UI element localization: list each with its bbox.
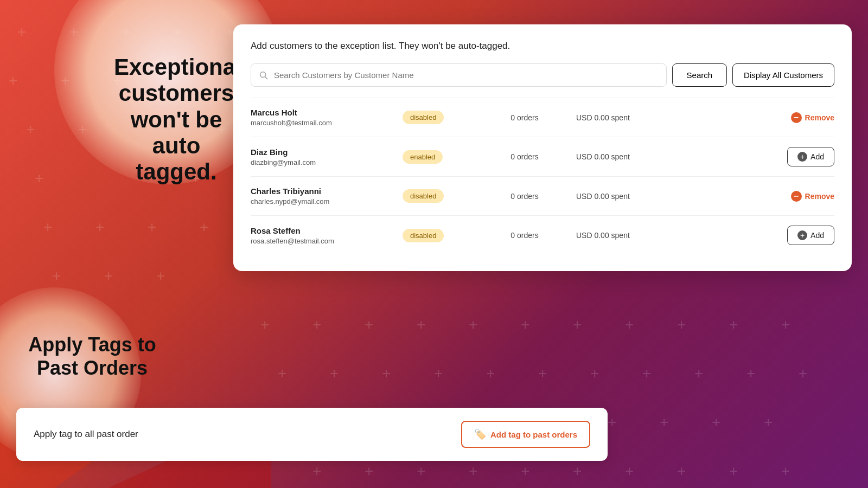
- search-input-wrapper: [251, 63, 667, 87]
- customer-name: Charles Tribiyanni: [251, 187, 392, 196]
- remove-label: Remove: [805, 113, 834, 122]
- customer-row: Marcus Holt marcusholt@testmail.com disa…: [251, 98, 834, 137]
- spent-amount: USD 0.00 spent: [576, 113, 685, 122]
- customer-status-badge: disabled: [403, 189, 473, 203]
- add-label: Add: [810, 231, 824, 240]
- customer-name: Marcus Holt: [251, 108, 392, 117]
- customer-info: Marcus Holt marcusholt@testmail.com: [251, 108, 392, 127]
- customer-status-badge: enabled: [403, 150, 473, 164]
- action-cell: − Remove: [695, 191, 834, 202]
- status-badge: enabled: [403, 150, 443, 164]
- status-badge: disabled: [403, 189, 444, 203]
- remove-icon: −: [791, 112, 802, 123]
- search-icon: [259, 70, 269, 80]
- remove-button[interactable]: − Remove: [791, 191, 834, 202]
- customer-name: Rosa Steffen: [251, 226, 392, 235]
- status-badge: disabled: [403, 111, 444, 124]
- customer-info: Charles Tribiyanni charles.nypd@ymail.co…: [251, 187, 392, 206]
- action-cell: + Add: [695, 147, 834, 166]
- customer-email: marcusholt@testmail.com: [251, 119, 392, 127]
- customer-email: diazbing@ymail.com: [251, 158, 392, 166]
- action-cell: − Remove: [695, 112, 834, 123]
- add-icon: +: [797, 152, 807, 162]
- add-button[interactable]: + Add: [787, 226, 834, 245]
- customer-row: Rosa Steffen rosa.steffen@testmail.com d…: [251, 216, 834, 255]
- customer-list: Marcus Holt marcusholt@testmail.com disa…: [251, 98, 834, 255]
- action-cell: + Add: [695, 226, 834, 245]
- orders-count: 0 orders: [484, 113, 565, 122]
- svg-line-1: [265, 76, 268, 79]
- hero-text-top: Exceptional customers won't be auto tagg…: [114, 54, 239, 185]
- svg-point-0: [260, 72, 266, 77]
- spent-amount: USD 0.00 spent: [576, 152, 685, 161]
- customer-row: Diaz Bing diazbing@ymail.com enabled 0 o…: [251, 137, 834, 177]
- add-label: Add: [810, 152, 824, 161]
- customer-email: charles.nypd@ymail.com: [251, 197, 392, 206]
- status-badge: disabled: [403, 229, 444, 242]
- main-card: Add customers to the exception list. The…: [233, 24, 852, 271]
- customer-email: rosa.steffen@testmail.com: [251, 237, 392, 245]
- spent-amount: USD 0.00 spent: [576, 231, 685, 240]
- search-input[interactable]: [274, 64, 659, 86]
- remove-label: Remove: [805, 192, 834, 201]
- display-all-button[interactable]: Display All Customers: [732, 63, 834, 87]
- orders-count: 0 orders: [484, 192, 565, 201]
- spent-amount: USD 0.00 spent: [576, 192, 685, 201]
- add-tag-past-orders-button[interactable]: 🏷️ Add tag to past orders: [461, 421, 590, 448]
- add-icon: +: [797, 230, 807, 240]
- customer-info: Rosa Steffen rosa.steffen@testmail.com: [251, 226, 392, 245]
- customer-name: Diaz Bing: [251, 147, 392, 157]
- add-button[interactable]: + Add: [787, 147, 834, 166]
- hero-text-bottom: Apply Tags to Past Orders: [27, 333, 157, 380]
- remove-icon: −: [791, 191, 802, 202]
- search-button[interactable]: Search: [672, 63, 727, 87]
- card-description: Add customers to the exception list. The…: [251, 41, 834, 52]
- customer-row: Charles Tribiyanni charles.nypd@ymail.co…: [251, 177, 834, 216]
- customer-info: Diaz Bing diazbing@ymail.com: [251, 147, 392, 166]
- search-row: Search Display All Customers: [251, 63, 834, 87]
- tag-icon: 🏷️: [474, 428, 486, 440]
- orders-count: 0 orders: [484, 231, 565, 240]
- apply-tag-text: Apply tag to all past order: [34, 429, 138, 440]
- bottom-bar: Apply tag to all past order 🏷️ Add tag t…: [16, 408, 608, 461]
- customer-status-badge: disabled: [403, 111, 473, 124]
- customer-status-badge: disabled: [403, 229, 473, 242]
- remove-button[interactable]: − Remove: [791, 112, 834, 123]
- orders-count: 0 orders: [484, 152, 565, 161]
